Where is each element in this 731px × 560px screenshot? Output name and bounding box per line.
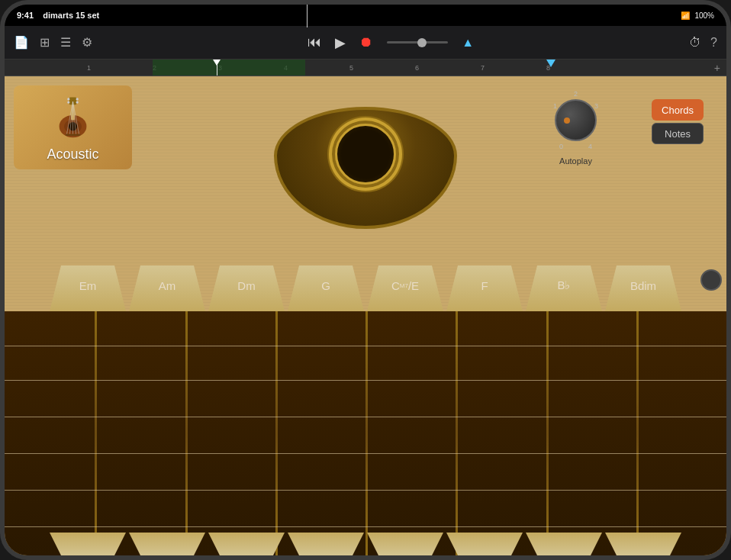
- chord-bdim[interactable]: Bdim: [605, 266, 681, 311]
- fret-line-2: [185, 311, 188, 555]
- marker-icon[interactable]: ▲: [462, 36, 474, 50]
- bottom-tab-5: [367, 533, 443, 555]
- ruler-6: 6: [415, 64, 419, 72]
- chords-notes-toggle: Chords Notes: [652, 99, 704, 144]
- chords-row: Em Am Dm G CM7/E F B♭ Bdim: [5, 266, 726, 311]
- fret-line-4: [366, 311, 368, 555]
- dial-num-1: 1: [553, 102, 557, 110]
- blue-marker[interactable]: [546, 60, 555, 67]
- record-button[interactable]: ⏺: [359, 34, 373, 50]
- bottom-tabs: [5, 533, 726, 555]
- document-icon[interactable]: 📄: [14, 35, 29, 50]
- toolbar-left: 📄 ⊞ ☰ ⚙: [14, 35, 92, 50]
- instrument-name: Acoustic: [47, 146, 98, 163]
- chord-cm7e[interactable]: CM7/E: [367, 266, 443, 311]
- svg-point-6: [67, 101, 69, 103]
- volume-slider[interactable]: [387, 41, 448, 43]
- help-icon[interactable]: ?: [710, 36, 717, 50]
- dial-num-2: 2: [574, 90, 578, 98]
- svg-point-5: [76, 98, 79, 100]
- svg-rect-14: [66, 134, 81, 135]
- string-2: [5, 380, 726, 381]
- date: dimarts 15 set: [43, 11, 99, 20]
- guitar-soundhole: [259, 76, 472, 229]
- guitar-svg-icon: [48, 92, 98, 142]
- svg-point-7: [76, 101, 79, 103]
- autoplay-dial[interactable]: 0 1 2 3 4: [555, 99, 597, 141]
- string-1: [5, 346, 726, 346]
- status-bar: 9:41 dimarts 15 set 📶 100%: [5, 5, 726, 26]
- mixer-icon[interactable]: ☰: [60, 35, 71, 50]
- chord-f[interactable]: F: [446, 266, 523, 311]
- metronome-icon[interactable]: ⏱: [689, 36, 701, 50]
- chord-g[interactable]: G: [288, 266, 364, 311]
- time: 9:41: [17, 11, 34, 20]
- toolbar-right: ⏱ ?: [689, 36, 717, 50]
- tracks-icon[interactable]: ⊞: [40, 35, 50, 50]
- bottom-tab-6: [446, 533, 523, 555]
- screen: 9:41 dimarts 15 set 📶 100% 📄 ⊞ ☰ ⚙ ⏮ ▶: [5, 5, 726, 555]
- toolbar: 📄 ⊞ ☰ ⚙ ⏮ ▶ ⏺ ▲ ⏱ ?: [5, 26, 726, 60]
- timeline: 1 2 3 4 5 6 7 8 +: [5, 60, 726, 76]
- toolbar-center: ⏮ ▶ ⏺ ▲: [101, 34, 680, 51]
- slider-thumb: [417, 38, 427, 47]
- fret-line-7: [636, 311, 639, 555]
- home-button[interactable]: [700, 269, 722, 291]
- playhead-line: [307, 5, 308, 27]
- bottom-tab-2: [129, 533, 205, 555]
- fret-line-5: [456, 311, 458, 555]
- battery: 100%: [694, 11, 714, 20]
- play-button[interactable]: ▶: [335, 34, 346, 51]
- timeline-add[interactable]: +: [714, 62, 720, 74]
- string-6: [5, 526, 726, 527]
- dial-num-4: 4: [588, 143, 592, 150]
- chord-am[interactable]: Am: [129, 266, 205, 311]
- bottom-tab-8: [605, 533, 681, 555]
- chord-dm[interactable]: Dm: [208, 266, 285, 311]
- chord-em[interactable]: Em: [50, 266, 126, 311]
- fretboard: [5, 311, 726, 555]
- bottom-tab-1: [50, 533, 126, 555]
- string-3: [5, 417, 726, 417]
- svg-point-4: [67, 98, 69, 100]
- bottom-tab-4: [288, 533, 364, 555]
- ipad-frame: 9:41 dimarts 15 set 📶 100% 📄 ⊞ ☰ ⚙ ⏮ ▶: [0, 0, 731, 560]
- fret-line-3: [275, 311, 278, 555]
- status-right: 📶 100%: [681, 11, 714, 20]
- rewind-button[interactable]: ⏮: [308, 34, 321, 50]
- string-4: [5, 453, 726, 454]
- bottom-tab-7: [526, 533, 602, 555]
- instrument-thumbnail[interactable]: Acoustic: [14, 85, 132, 169]
- autoplay-section: 0 1 2 3 4 Autoplay: [555, 99, 597, 166]
- ruler-7: 7: [481, 64, 485, 72]
- wifi-icon: 📶: [681, 11, 690, 20]
- fret-line-6: [546, 311, 549, 555]
- dial-num-3: 3: [594, 102, 598, 110]
- notes-button[interactable]: Notes: [652, 123, 704, 144]
- chords-button[interactable]: Chords: [652, 99, 704, 121]
- bottom-tab-3: [208, 533, 285, 555]
- string-5: [5, 490, 726, 491]
- ruler-5: 5: [349, 64, 353, 72]
- autoplay-label: Autoplay: [559, 156, 592, 166]
- chord-bb[interactable]: B♭: [526, 266, 602, 311]
- slider-track: [387, 41, 448, 43]
- dial-indicator: [564, 117, 570, 124]
- guitar-main: Acoustic 0 1 2 3 4: [5, 76, 726, 555]
- dial-num-0: 0: [559, 143, 563, 150]
- ruler-1: 1: [87, 64, 91, 72]
- fret-line-1: [95, 311, 97, 555]
- settings-icon[interactable]: ⚙: [82, 35, 92, 50]
- status-time-date: 9:41 dimarts 15 set: [17, 11, 99, 20]
